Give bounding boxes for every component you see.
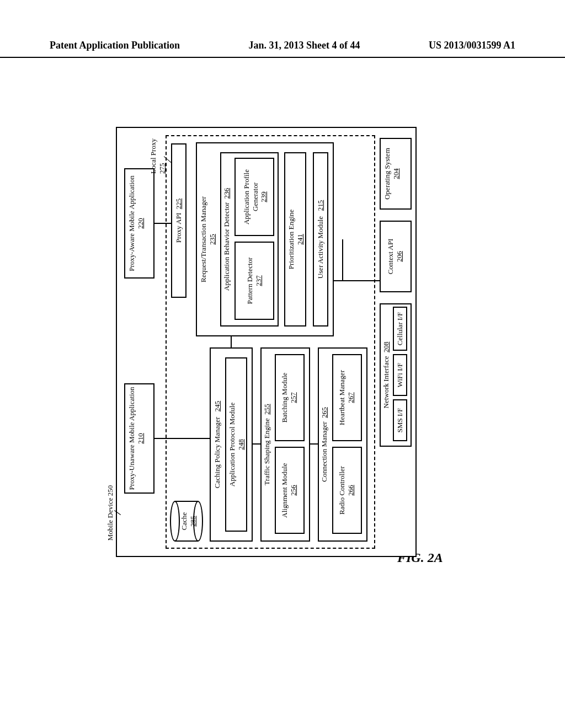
- uam-box: User Activity Module 215: [313, 152, 328, 326]
- prio-box: Prioritization Engine 241: [284, 152, 306, 326]
- uam-ref: 215: [316, 200, 324, 211]
- tse-ref: 255: [263, 404, 271, 415]
- cpm-container: Caching Policy Manager 245 Application P…: [210, 347, 253, 542]
- align-box: Alignment Module 256: [275, 447, 305, 534]
- local-proxy-text: Local Proxy: [149, 138, 157, 174]
- local-proxy-ref: 275: [158, 163, 166, 174]
- header-center: Jan. 31, 2013 Sheet 4 of 44: [249, 40, 360, 51]
- cell-title: Cellular I/F: [396, 312, 404, 345]
- approf-ref: 239: [259, 191, 268, 202]
- os-ref: 204: [392, 168, 400, 179]
- conn-aware: [154, 223, 171, 224]
- header-left: Patent Application Publication: [50, 40, 180, 51]
- proxy-unaware-app-box: Proxy-Unaware Mobile Application 210: [124, 383, 154, 494]
- page-header: Patent Application Publication Jan. 31, …: [0, 40, 565, 58]
- prio-ref: 241: [296, 234, 304, 245]
- abd-ref: 236: [222, 188, 231, 199]
- proxy-aware-ref: 220: [136, 218, 145, 229]
- proxy-unaware-ref: 210: [136, 433, 145, 444]
- cache-title: Cache: [180, 512, 188, 530]
- apm-ref: 248: [237, 439, 245, 450]
- ni-ref: 208: [382, 342, 390, 353]
- tse-title: Traffic Shaping Engine: [263, 418, 271, 485]
- uam-title: User Activity Module: [316, 216, 324, 279]
- hb-title: Heartbeat Manager: [338, 370, 346, 425]
- radio-title: Radio Controller: [338, 466, 346, 515]
- local-proxy-label: Local Proxy 275: [149, 124, 166, 174]
- ni-box: Network Interface 208 SMS I/F WiFi I/F C…: [380, 303, 412, 447]
- conn-left-1: [253, 443, 260, 445]
- cm-title: Connection Manager: [320, 421, 328, 481]
- cpm-ref: 245: [213, 401, 221, 412]
- apm-box: Application Protocol Module 248: [225, 357, 247, 532]
- proxy-aware-title: Proxy-Aware Mobile Application: [127, 175, 136, 271]
- prio-title: Prioritization Engine: [287, 210, 295, 270]
- conn-left-2: [310, 443, 318, 445]
- conn-mid: [231, 336, 232, 347]
- proxy-unaware-title: Proxy-Unaware Mobile Application: [127, 387, 136, 490]
- align-ref: 256: [289, 485, 297, 496]
- approf-box: Application Profile Generator 239: [234, 158, 274, 236]
- os-title: Operating System: [383, 148, 391, 200]
- tse-box: Traffic Shaping Engine 255 Alignment Mod…: [260, 347, 310, 542]
- cpm-title: Caching Policy Manager: [213, 417, 221, 488]
- cell-box: Cellular I/F: [393, 307, 407, 351]
- cache-ref: 285: [189, 516, 197, 527]
- rtm-ref: 235: [208, 234, 216, 245]
- rtm-box: Request/Transaction Manager 235 Applicat…: [196, 142, 334, 336]
- sms-title: SMS I/F: [396, 408, 404, 432]
- batch-ref: 257: [289, 392, 297, 403]
- batch-title: Batching Module: [280, 373, 289, 423]
- hb-box: Heartbeat Manager 267: [332, 354, 362, 441]
- pattern-title: Pattern Detector: [246, 258, 254, 304]
- mobile-device-label: Mobile Device 250: [106, 469, 115, 557]
- diagram-canvas: Mobile Device 250 Proxy-Unaware Mobile A…: [110, 127, 419, 557]
- abd-title: Application Behavior Detector: [222, 202, 231, 291]
- ctx-box: Context API 206: [380, 221, 412, 292]
- cache-top: [170, 501, 180, 542]
- conn-bus-uam: [342, 239, 343, 281]
- ctx-ref: 206: [395, 251, 403, 262]
- pattern-box: Pattern Detector 237: [234, 242, 274, 320]
- hb-ref: 267: [347, 392, 355, 403]
- sms-box: SMS I/F: [393, 399, 407, 441]
- batch-box: Batching Module 257: [275, 354, 305, 441]
- header-right: US 2013/0031599 A1: [429, 40, 515, 51]
- cm-ref: 265: [320, 407, 328, 418]
- wifi-box: WiFi I/F: [393, 354, 407, 396]
- proxy-api-box: Proxy API 225: [171, 143, 186, 298]
- ni-title: Network Interface: [382, 356, 390, 409]
- cache-label: Cache 285: [180, 501, 197, 542]
- ctx-title: Context API: [386, 239, 395, 275]
- conn-bus: [334, 280, 380, 281]
- proxy-api-ref: 225: [174, 199, 183, 210]
- apm-title: Application Protocol Module: [228, 403, 236, 486]
- radio-ref: 266: [347, 485, 355, 496]
- page: Patent Application Publication Jan. 31, …: [0, 0, 565, 728]
- os-box: Operating System 204: [380, 138, 412, 210]
- diagram: Mobile Device 250 Proxy-Unaware Mobile A…: [50, 188, 480, 496]
- wifi-title: WiFi I/F: [396, 363, 404, 388]
- cm-box: Connection Manager 265 Radio Controller …: [318, 347, 367, 542]
- conn-unaware: [154, 438, 210, 439]
- abd-box: Application Behavior Detector 236 Patter…: [220, 152, 279, 326]
- proxy-aware-app-box: Proxy-Aware Mobile Application 220: [124, 168, 154, 279]
- approf-title: Application Profile Generator: [242, 169, 259, 224]
- radio-box: Radio Controller 266: [332, 447, 362, 534]
- pattern-ref: 237: [254, 275, 263, 286]
- proxy-api-title: Proxy API: [174, 213, 183, 243]
- rtm-title: Request/Transaction Manager: [199, 196, 207, 282]
- align-title: Alignment Module: [280, 463, 289, 517]
